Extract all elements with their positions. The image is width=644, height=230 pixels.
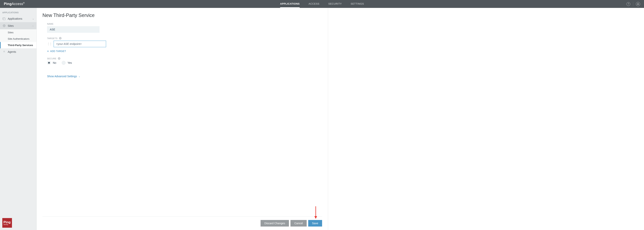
logo-line1: Ping	[4, 221, 10, 224]
radio-label: No	[53, 61, 56, 64]
logo-line2: Identity.	[4, 224, 8, 225]
globe-icon	[2, 24, 6, 27]
add-target-button[interactable]: + ADD TARGET	[47, 49, 66, 53]
name-label: NAME	[47, 23, 158, 25]
add-target-label: ADD TARGET	[50, 50, 66, 53]
svg-marker-5	[314, 216, 317, 219]
targets-label: TARGETS ?	[47, 37, 158, 39]
sidebar-item-sites[interactable]: Sites ︿	[0, 22, 36, 29]
radio-label: Yes	[68, 61, 72, 64]
brand-first: Ping	[4, 2, 12, 6]
brand-reg: ®	[23, 2, 25, 4]
sidebar-child-third-party-services[interactable]: Third-Party Services	[0, 42, 36, 48]
nav-access[interactable]: ACCESS	[308, 0, 320, 8]
chevron-up-icon: ︿	[32, 24, 34, 27]
secure-radio-yes[interactable]: Yes	[62, 61, 72, 65]
radio-icon	[62, 61, 66, 65]
secure-radio-group: No Yes	[47, 61, 158, 65]
discard-changes-button[interactable]: Discard Changes	[260, 220, 289, 227]
topbar-separator	[633, 2, 633, 6]
button-bar: Discard Changes Cancel Save	[42, 220, 322, 227]
footer-divider	[42, 216, 322, 217]
field-secure: SECURE ? No Yes	[47, 57, 158, 65]
sidebar-item-label: Applications	[8, 17, 22, 20]
field-name: NAME	[47, 23, 158, 33]
applications-icon	[2, 17, 6, 20]
target-input[interactable]	[54, 41, 106, 47]
drag-handle-icon[interactable]: ⋮⋮⋮⋮	[47, 43, 52, 45]
secure-label-text: SECURE	[47, 57, 56, 60]
sidebar-child-sites[interactable]: Sites	[0, 29, 36, 36]
sidebar-category-label: APPLICATIONS	[0, 8, 36, 15]
chevron-down-icon: ⌄	[78, 75, 80, 78]
nav-settings[interactable]: SETTINGS	[351, 0, 364, 8]
name-input[interactable]	[47, 26, 100, 33]
nav-security[interactable]: SECURITY	[328, 0, 342, 8]
primary-nav: APPLICATIONS ACCESS SECURITY SETTINGS	[280, 0, 364, 8]
chevron-down-icon: ⌄	[32, 17, 34, 20]
radio-icon	[47, 61, 51, 65]
save-button[interactable]: Save	[308, 220, 322, 227]
sidebar-item-agents[interactable]: Agents	[0, 48, 36, 55]
nav-applications[interactable]: APPLICATIONS	[280, 0, 300, 8]
field-targets: TARGETS ? ⋮⋮⋮⋮ + ADD TARGET	[47, 37, 158, 53]
sidebar-item-label: Agents	[8, 50, 16, 53]
sidebar-child-site-authenticators[interactable]: Site Authenticators	[0, 36, 36, 42]
brand-logo: PingAccess®	[4, 2, 25, 6]
plus-icon: +	[47, 49, 49, 53]
sidebar-item-label: Sites	[8, 24, 14, 27]
main-content: New Third-Party Service NAME TARGETS ? ⋮…	[37, 8, 328, 230]
help-icon[interactable]: ?	[58, 57, 60, 60]
help-icon[interactable]: ?	[626, 2, 630, 6]
page-title: New Third-Party Service	[42, 12, 322, 18]
advanced-link-label: Show Advanced Settings	[47, 75, 77, 78]
svg-rect-2	[3, 18, 6, 20]
topbar-right: ?	[626, 2, 640, 6]
ping-identity-logo: Ping Identity.	[2, 218, 12, 228]
secure-radio-no[interactable]: No	[47, 61, 56, 65]
target-row: ⋮⋮⋮⋮	[47, 41, 158, 47]
agents-icon	[2, 50, 6, 53]
brand-second: Access	[12, 2, 23, 6]
svg-point-0	[638, 3, 638, 4]
show-advanced-settings-link[interactable]: Show Advanced Settings ⌄	[47, 75, 80, 78]
cancel-button[interactable]: Cancel	[290, 220, 307, 227]
form: NAME TARGETS ? ⋮⋮⋮⋮ + ADD TARGET	[42, 23, 158, 78]
sidebar: APPLICATIONS Applications ⌄ Sites ︿ Site…	[0, 8, 37, 230]
top-navbar: PingAccess® APPLICATIONS ACCESS SECURITY…	[0, 0, 644, 8]
secure-label: SECURE ?	[47, 57, 158, 60]
blank-right-panel	[328, 8, 644, 230]
sidebar-item-applications[interactable]: Applications ⌄	[0, 15, 36, 22]
help-icon[interactable]: ?	[59, 37, 62, 39]
targets-label-text: TARGETS	[47, 37, 58, 39]
user-menu-icon[interactable]	[636, 2, 640, 6]
